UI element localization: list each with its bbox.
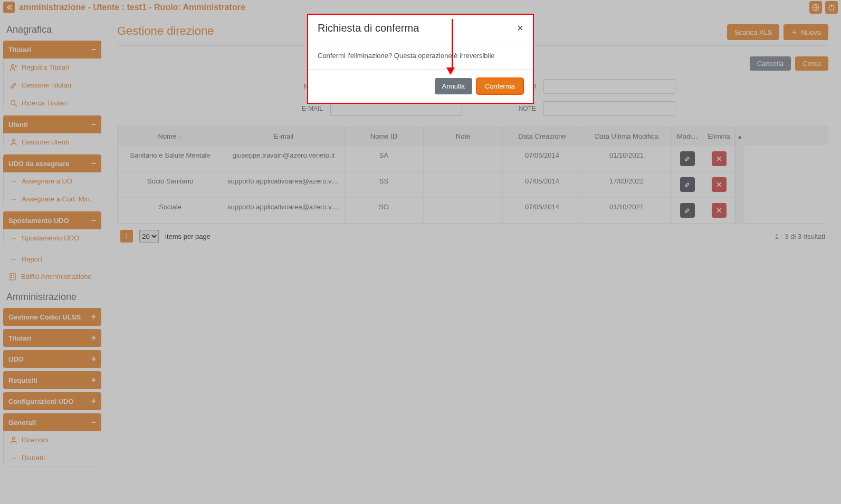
modal-confirm-button[interactable]: Conferma xyxy=(476,78,523,94)
modal-title: Richiesta di conferma xyxy=(318,22,419,34)
confirm-dialog: Richiesta di conferma × Confermi l'elimi… xyxy=(307,14,534,104)
modal-body: Confermi l'eliminazione? Questa operazio… xyxy=(308,42,533,70)
modal-cancel-button[interactable]: Annulla xyxy=(435,78,472,94)
modal-overlay: Richiesta di conferma × Confermi l'elimi… xyxy=(0,0,841,504)
close-icon: × xyxy=(517,22,523,34)
modal-close-button[interactable]: × xyxy=(517,22,523,34)
